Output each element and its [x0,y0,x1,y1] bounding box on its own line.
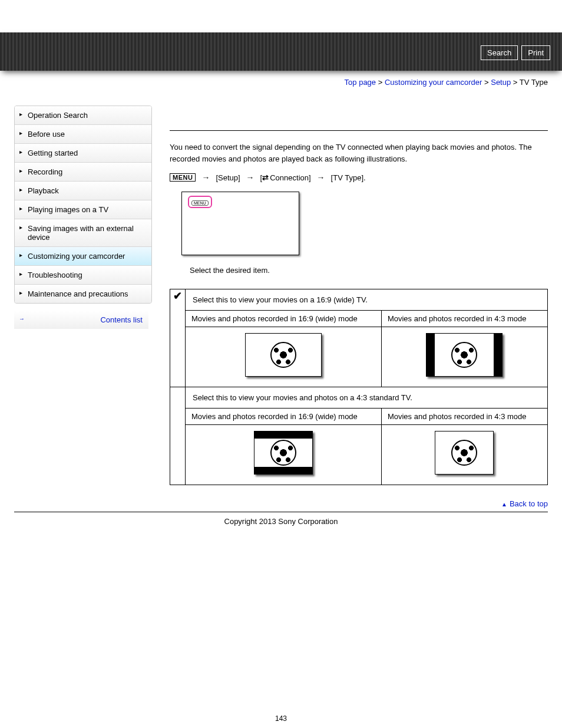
breadcrumb-link-customizing[interactable]: Customizing your camcorder [385,78,482,87]
main-content: You need to convert the signal depending… [170,106,548,485]
options-table: ✔ Select this to view your movies on a 1… [170,289,548,485]
col-header-4-3: Movies and photos recorded in 4:3 mode [381,409,547,425]
copyright: Copyright 2013 Sony Corporation [0,517,562,549]
option-std-desc: Select this to view your movies and phot… [186,387,547,409]
back-to-top-link[interactable]: Back to top [501,499,548,508]
menu-tag: MENU [191,200,209,206]
soccer-ball-icon [451,342,477,368]
select-caption: Select the desired item. [190,266,548,275]
menu-button-icon: MENU [170,173,196,182]
sidebar-item[interactable]: Customizing your camcorder [15,247,151,265]
screen-illustration: MENU [181,192,299,255]
page-number: 143 [0,549,562,728]
contents-list-link[interactable]: Contents list [14,311,148,329]
divider [170,130,548,131]
sidebar-item[interactable]: Getting started [15,144,151,162]
sidebar-item[interactable]: Playback [15,182,151,200]
breadcrumb-current: TV Type [520,78,548,87]
path-setup: [Setup] [216,173,240,182]
sidebar-item[interactable]: Before use [15,125,151,143]
col-header-16-9: Movies and photos recorded in 16:9 (wide… [186,409,381,425]
arrow-icon: → [201,173,210,182]
sidebar-item[interactable]: Troubleshooting [15,266,151,284]
swap-icon: ⇄ [262,173,269,182]
sidebar-item[interactable]: Recording [15,163,151,181]
breadcrumb-link-top[interactable]: Top page [345,78,376,87]
col-header-4-3: Movies and photos recorded in 4:3 mode [381,311,547,327]
breadcrumb-link-setup[interactable]: Setup [491,78,511,87]
header-bar: Search Print [0,32,562,71]
breadcrumb-sep: > [484,78,489,87]
intro-text: You need to convert the signal depending… [170,141,548,164]
path-connection: [⇄Connection] [260,173,311,182]
arrow-icon: → [246,173,254,182]
tv-wide-pillarbox-icon [426,333,503,377]
option-wide-desc: Select this to view your movies on a 16:… [186,289,547,311]
tv-wide-full-icon [245,333,322,377]
arrow-icon: → [317,173,325,182]
print-button[interactable]: Print [521,45,550,60]
breadcrumb: Top page > Customizing your camcorder > … [0,71,562,106]
sidebar-item[interactable]: Maintenance and precautions [15,285,151,303]
col-header-16-9: Movies and photos recorded in 16:9 (wide… [186,311,381,327]
option-std-cell: Select this to view your movies and phot… [186,387,548,485]
breadcrumb-sep: > [513,78,518,87]
menu-path: MENU → [Setup] → [⇄Connection] → [TV Typ… [170,173,548,182]
path-tvtype: [TV Type]. [331,173,366,182]
sidebar-item[interactable]: Operation Search [15,106,151,124]
highlighted-menu-button: MENU [188,196,212,208]
tv-std-letterbox-icon [254,431,313,475]
checkmark-icon: ✔ [173,290,182,302]
breadcrumb-sep: > [378,78,383,87]
soccer-ball-icon [451,440,477,466]
search-button[interactable]: Search [481,45,518,60]
soccer-ball-icon [270,440,296,466]
soccer-ball-icon [270,342,296,368]
footer-divider [14,512,548,512]
tv-std-full-icon [435,431,494,475]
option-wide-cell: Select this to view your movies on a 16:… [186,289,548,387]
sidebar: Operation SearchBefore useGetting starte… [14,106,152,329]
sidebar-item[interactable]: Playing images on a TV [15,200,151,219]
sidebar-item[interactable]: Saving images with an external device [15,219,151,246]
option-check-cell: ✔ [170,289,186,387]
option-check-cell [170,387,186,485]
